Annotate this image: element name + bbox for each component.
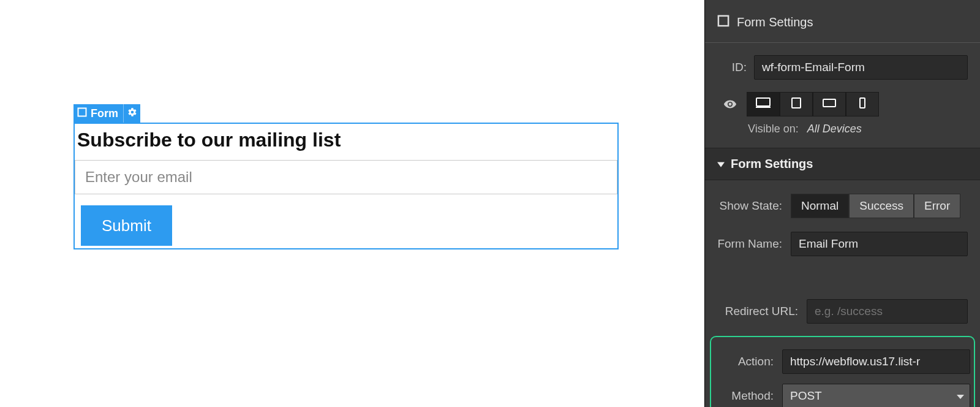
show-state-label: Show State: (717, 199, 791, 213)
form-name-label: Form Name: (717, 237, 791, 251)
desktop-icon (756, 97, 771, 112)
chevron-down-icon (957, 390, 964, 403)
form-block-icon (717, 15, 729, 30)
visibility-icon (722, 97, 738, 111)
element-tag-text: Form (91, 107, 118, 120)
form-element[interactable]: Form Subscribe to our mailing list Submi… (74, 123, 619, 249)
action-label: Action: (715, 355, 782, 368)
device-mobile-button[interactable] (846, 92, 879, 116)
form-block-icon (77, 107, 87, 120)
action-input[interactable] (782, 349, 970, 374)
section-title: Form Settings (731, 157, 813, 171)
state-normal-button[interactable]: Normal (791, 194, 849, 218)
device-desktop-button[interactable] (747, 92, 780, 116)
mobile-icon (855, 97, 870, 112)
svg-rect-0 (78, 108, 86, 116)
svg-rect-5 (823, 99, 835, 107)
gear-icon (127, 107, 137, 120)
element-tag[interactable]: Form (74, 104, 140, 123)
svg-rect-2 (756, 98, 770, 106)
visible-on-value: All Devices (807, 123, 862, 135)
design-canvas[interactable]: Form Subscribe to our mailing list Submi… (0, 0, 704, 407)
state-error-button[interactable]: Error (914, 194, 960, 218)
device-tablet-landscape-button[interactable] (813, 92, 846, 116)
caret-down-icon (717, 157, 725, 171)
svg-rect-3 (756, 107, 771, 108)
form-heading[interactable]: Subscribe to our mailing list (75, 124, 617, 160)
element-settings-button[interactable] (123, 104, 140, 123)
svg-rect-1 (718, 16, 728, 26)
email-input[interactable] (75, 160, 617, 194)
redirect-url-label: Redirect URL: (717, 305, 807, 318)
device-tablet-button[interactable] (780, 92, 813, 116)
tablet-icon (789, 97, 804, 112)
tablet-landscape-icon (822, 97, 837, 112)
form-name-input[interactable] (791, 232, 968, 256)
visible-on-label: Visible on: (748, 123, 799, 135)
element-tag-label[interactable]: Form (74, 104, 123, 123)
id-input[interactable] (754, 55, 968, 80)
panel-top-header: Form Settings (705, 0, 980, 43)
method-label: Method: (715, 389, 782, 403)
panel-top-title: Form Settings (737, 15, 813, 29)
state-success-button[interactable]: Success (849, 194, 914, 218)
redirect-url-input[interactable] (807, 299, 968, 324)
settings-panel: Form Settings ID: (704, 0, 980, 407)
id-label: ID: (717, 61, 754, 74)
svg-rect-4 (792, 98, 801, 108)
method-value[interactable] (782, 384, 970, 407)
svg-rect-6 (860, 98, 865, 108)
form-settings-section-header[interactable]: Form Settings (705, 148, 980, 180)
method-select[interactable] (782, 384, 970, 407)
submit-button[interactable]: Submit (81, 205, 172, 246)
highlighted-settings: Action: Method: (710, 336, 975, 407)
